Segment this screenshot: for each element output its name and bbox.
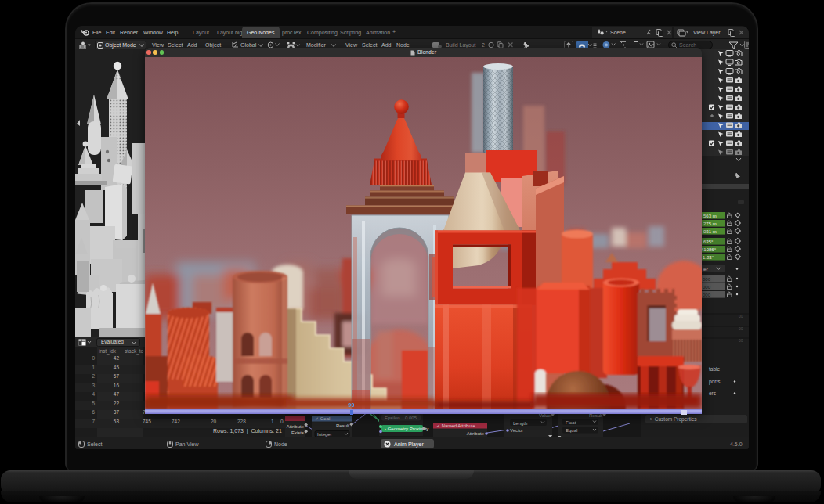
- svg-text:000: 000: [703, 277, 711, 282]
- svg-text:ports: ports: [709, 379, 721, 385]
- svg-text:Attribute: Attribute: [467, 431, 485, 436]
- svg-text:Attribute: Attribute: [287, 424, 305, 429]
- svg-text:00: 00: [739, 338, 743, 343]
- svg-text:› Custom Properties: › Custom Properties: [650, 416, 697, 423]
- svg-text:Equal: Equal: [566, 428, 577, 433]
- svg-text:Length: Length: [513, 421, 527, 426]
- svg-text:table: table: [709, 366, 720, 372]
- svg-text:275 m: 275 m: [703, 221, 717, 226]
- svg-text:Result: Result: [336, 423, 349, 428]
- svg-text:635°: 635°: [703, 239, 714, 244]
- svg-text:Float: Float: [566, 420, 576, 425]
- svg-text:00: 00: [739, 326, 743, 331]
- svg-text:✓ Goal: ✓ Goal: [315, 416, 330, 421]
- svg-text:41086°: 41086°: [701, 247, 717, 252]
- svg-text:031 m: 031 m: [703, 229, 717, 234]
- svg-text:000: 000: [703, 293, 711, 297]
- svg-text:00: 00: [739, 314, 743, 319]
- svg-text:90: 90: [348, 401, 354, 408]
- svg-text:Epsilon: Epsilon: [385, 416, 400, 420]
- svg-text:Exists: Exists: [291, 430, 304, 435]
- svg-text:1.83°: 1.83°: [703, 255, 714, 260]
- svg-text:ler: ler: [703, 267, 708, 272]
- svg-text:ers: ers: [709, 391, 717, 396]
- svg-text:✓ Named Attribute: ✓ Named Attribute: [436, 423, 475, 428]
- svg-text:Integer: Integer: [317, 432, 332, 437]
- svg-text:000: 000: [703, 285, 711, 290]
- svg-text:Vector: Vector: [510, 428, 523, 433]
- svg-text:563 m: 563 m: [703, 214, 717, 218]
- svg-text:0.005: 0.005: [405, 416, 417, 420]
